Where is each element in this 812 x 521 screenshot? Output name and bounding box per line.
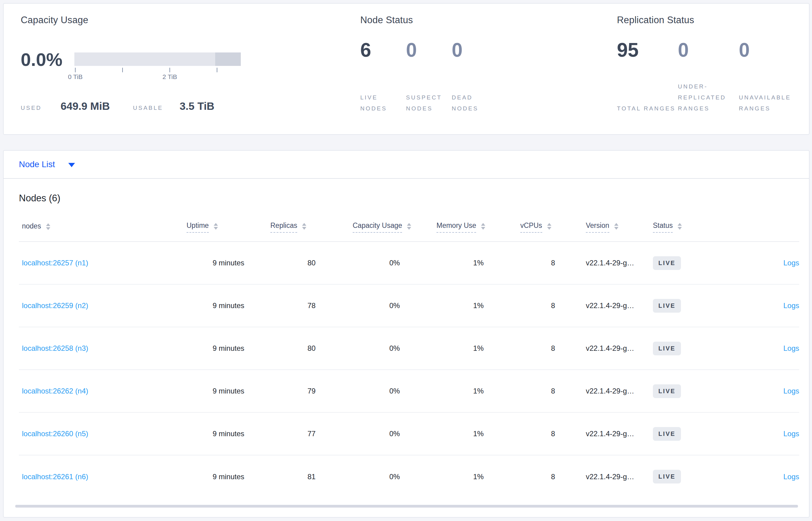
capacity-cell: 0% (353, 455, 436, 498)
replicas-cell: 79 (270, 370, 353, 412)
version-cell: v22.1.4-29-g… (586, 242, 653, 284)
column-header-replicas[interactable]: Replicas (270, 222, 353, 242)
column-header-version[interactable]: Version (586, 222, 653, 242)
used-value: 649.9 MiB (61, 100, 110, 112)
node-address-link[interactable]: localhost:26259 (n2) (22, 301, 88, 310)
node-list-dropdown-label: Node List (19, 160, 55, 169)
live-nodes-stat: 6 LIVE NODES (360, 40, 406, 114)
column-header-nodes[interactable]: nodes (19, 222, 187, 242)
under-replicated-ranges-stat: 0 UNDER-REPLICATED RANGES (678, 40, 739, 114)
used-label: USED (21, 105, 42, 111)
column-header-vcpus[interactable]: vCPUs (520, 222, 586, 242)
capacity-cell: 0% (353, 327, 436, 370)
under-replicated-ranges-value: 0 (678, 40, 739, 60)
capacity-axis: 0 TiB 2 TiB (74, 66, 241, 80)
version-cell: v22.1.4-29-g… (586, 412, 653, 455)
capacity-percent: 0.0% (21, 51, 70, 80)
dead-nodes-value: 0 (452, 40, 497, 60)
capacity-cell: 0% (353, 412, 436, 455)
status-badge: LIVE (653, 342, 681, 355)
status-badge: LIVE (653, 299, 681, 313)
node-row: localhost:26262 (n4) 9 minutes 79 0% 1% … (19, 370, 799, 412)
axis-tick (169, 68, 170, 72)
sort-icon[interactable] (481, 223, 485, 230)
usable-value: 3.5 TiB (180, 100, 214, 112)
version-cell: v22.1.4-29-g… (586, 455, 653, 498)
node-status-title: Node Status (360, 15, 555, 26)
replicas-cell: 80 (270, 242, 353, 284)
vcpus-cell: 8 (520, 284, 586, 327)
unavailable-ranges-label: UNAVAILABLE RANGES (739, 92, 800, 114)
sort-icon[interactable] (46, 223, 50, 230)
column-header-capacity-usage[interactable]: Capacity Usage (353, 222, 436, 242)
uptime-cell: 9 minutes (187, 455, 270, 498)
uptime-cell: 9 minutes (187, 327, 270, 370)
node-row: localhost:26257 (n1) 9 minutes 80 0% 1% … (19, 242, 799, 284)
sort-icon[interactable] (677, 223, 682, 230)
node-row: localhost:26260 (n5) 9 minutes 77 0% 1% … (19, 412, 799, 455)
sort-icon[interactable] (407, 223, 411, 230)
sort-icon[interactable] (214, 223, 218, 230)
logs-link[interactable]: Logs (783, 259, 799, 267)
horizontal-scrollbar[interactable] (15, 505, 798, 507)
logs-link[interactable]: Logs (783, 301, 799, 310)
replicas-cell: 80 (270, 327, 353, 370)
vcpus-cell: 8 (520, 412, 586, 455)
view-selector-bar: Node List (3, 150, 810, 179)
total-ranges-value: 95 (617, 40, 678, 60)
node-address-link[interactable]: localhost:26262 (n4) (22, 387, 88, 395)
node-address-link[interactable]: localhost:26261 (n6) (22, 473, 88, 481)
node-row: localhost:26258 (n3) 9 minutes 80 0% 1% … (19, 327, 799, 370)
usable-label: USABLE (133, 105, 163, 111)
logs-link[interactable]: Logs (783, 430, 799, 438)
status-badge: LIVE (653, 256, 681, 270)
column-header-memory-use[interactable]: Memory Use (436, 222, 520, 242)
nodes-table: nodes Uptime Replicas Capacity Usage Mem… (19, 222, 799, 498)
vcpus-cell: 8 (520, 455, 586, 498)
suspect-nodes-stat: 0 SUSPECT NODES (406, 40, 452, 114)
status-badge: LIVE (653, 470, 681, 483)
dead-nodes-stat: 0 DEAD NODES (452, 40, 497, 114)
node-status-panel: Node Status 6 LIVE NODES 0 SUSPECT NODES… (360, 15, 555, 114)
node-address-link[interactable]: localhost:26257 (n1) (22, 259, 88, 267)
memory-cell: 1% (436, 412, 520, 455)
capacity-bar: 0 TiB 2 TiB (74, 52, 241, 80)
logs-link[interactable]: Logs (783, 344, 799, 352)
node-row: localhost:26259 (n2) 9 minutes 78 0% 1% … (19, 284, 799, 327)
unavailable-ranges-value: 0 (739, 40, 800, 60)
status-badge: LIVE (653, 384, 681, 398)
under-replicated-ranges-label: UNDER-REPLICATED RANGES (678, 81, 739, 114)
version-cell: v22.1.4-29-g… (586, 327, 653, 370)
uptime-cell: 9 minutes (187, 242, 270, 284)
sort-icon[interactable] (302, 223, 306, 230)
axis-tick (75, 68, 76, 72)
logs-link[interactable]: Logs (783, 387, 799, 395)
axis-tick (122, 68, 123, 72)
replicas-cell: 77 (270, 412, 353, 455)
version-cell: v22.1.4-29-g… (586, 284, 653, 327)
column-header-uptime[interactable]: Uptime (187, 222, 270, 242)
column-header-status[interactable]: Status (653, 222, 723, 242)
total-ranges-stat: 95 TOTAL RANGES (617, 40, 678, 114)
node-list-dropdown[interactable]: Node List (19, 160, 75, 169)
vcpus-cell: 8 (520, 327, 586, 370)
memory-cell: 1% (436, 242, 520, 284)
nodes-table-card: Nodes (6) nodes Uptime Replicas Capacity… (3, 179, 810, 518)
node-address-link[interactable]: localhost:26260 (n5) (22, 430, 88, 438)
status-badge: LIVE (653, 427, 681, 441)
replication-status-panel: Replication Status 95 TOTAL RANGES 0 UND… (617, 15, 809, 114)
node-row: localhost:26261 (n6) 9 minutes 81 0% 1% … (19, 455, 799, 498)
logs-link[interactable]: Logs (783, 473, 799, 481)
uptime-cell: 9 minutes (187, 370, 270, 412)
capacity-cell: 0% (353, 284, 436, 327)
live-nodes-value: 6 (360, 40, 406, 60)
sort-icon[interactable] (614, 223, 618, 230)
capacity-cell: 0% (353, 242, 436, 284)
axis-tick (217, 68, 217, 72)
sort-icon[interactable] (547, 223, 551, 230)
axis-tick-label: 0 TiB (68, 73, 82, 81)
memory-cell: 1% (436, 455, 520, 498)
node-address-link[interactable]: localhost:26258 (n3) (22, 344, 88, 352)
suspect-nodes-label: SUSPECT NODES (406, 92, 447, 114)
replicas-cell: 78 (270, 284, 353, 327)
